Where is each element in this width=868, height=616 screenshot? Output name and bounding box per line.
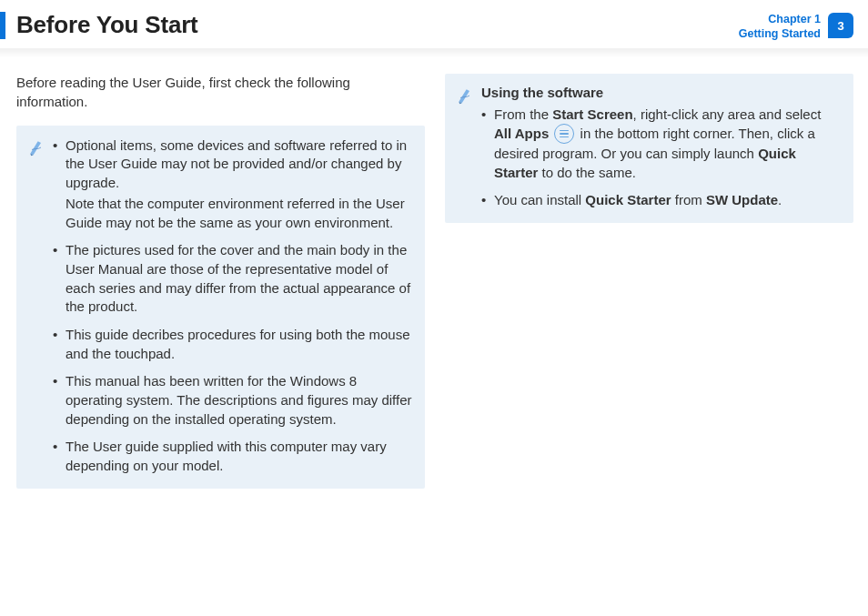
- text-run: to do the same.: [538, 165, 636, 180]
- list-item-text: This guide decribes procedures for using…: [66, 327, 410, 361]
- list-item-text: The User guide supplied with this comput…: [66, 439, 387, 473]
- page-header: Before You Start Chapter 1 Getting Start…: [0, 0, 868, 41]
- text-run: , right-click any area and select: [633, 106, 822, 122]
- all-apps-icon: [554, 124, 574, 144]
- right-note-box: Using the software From the Start Screen…: [445, 74, 853, 223]
- list-item-text: Optional items, some devices and softwar…: [66, 137, 407, 190]
- left-column: Before reading the User Guide, first che…: [16, 74, 425, 489]
- list-item-text: The pictures used for the cover and the …: [66, 242, 410, 314]
- list-item: From the Start Screen, right-click any a…: [481, 106, 841, 182]
- left-note-box: Optional items, some devices and softwar…: [16, 126, 425, 489]
- text-run: You can install: [494, 192, 585, 207]
- list-item: Optional items, some devices and softwar…: [53, 136, 412, 232]
- page-number: 3: [837, 19, 843, 33]
- section-label: Getting Started: [739, 27, 821, 42]
- page-number-badge: 3: [828, 13, 853, 38]
- list-item: This manual has been written for the Win…: [53, 372, 412, 429]
- left-note-list: Optional items, some devices and softwar…: [53, 136, 412, 476]
- bold-run: Start Screen: [552, 106, 632, 122]
- chapter-label-block: Chapter 1 Getting Started: [739, 13, 821, 41]
- right-note-list: From the Start Screen, right-click any a…: [481, 106, 841, 210]
- header-divider: [0, 48, 868, 57]
- page-title: Before You Start: [16, 11, 198, 39]
- list-item: The pictures used for the cover and the …: [53, 241, 412, 317]
- chapter-label: Chapter 1: [739, 13, 821, 27]
- note-icon: [456, 86, 474, 108]
- intro-text: Before reading the User Guide, first che…: [16, 74, 425, 111]
- bold-run: Quick Starter: [585, 192, 671, 207]
- page: Before You Start Chapter 1 Getting Start…: [0, 0, 868, 616]
- content-columns: Before reading the User Guide, first che…: [0, 57, 868, 489]
- list-item: This guide decribes procedures for using…: [53, 326, 412, 363]
- list-item-sub: Note that the computer environment refer…: [66, 195, 412, 232]
- text-run: .: [778, 192, 782, 207]
- text-run: From the: [494, 106, 552, 122]
- note-icon: [27, 138, 45, 160]
- list-item: You can install Quick Starter from SW Up…: [481, 191, 841, 210]
- right-column: Using the software From the Start Screen…: [445, 74, 853, 489]
- header-accent-tab: [0, 12, 5, 39]
- title-wrap: Before You Start: [0, 11, 198, 39]
- header-right: Chapter 1 Getting Started 3: [739, 11, 868, 41]
- bold-run: All Apps: [494, 126, 549, 141]
- text-run: from: [671, 192, 706, 207]
- list-item: The User guide supplied with this comput…: [53, 438, 412, 475]
- list-item-text: This manual has been written for the Win…: [66, 373, 411, 426]
- bold-run: SW Update: [706, 192, 778, 207]
- right-note-title: Using the software: [481, 85, 841, 100]
